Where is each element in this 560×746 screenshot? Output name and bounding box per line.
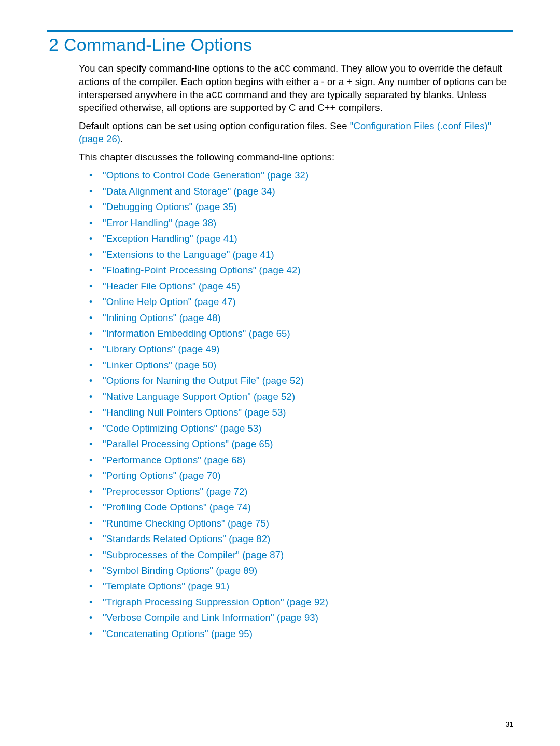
toc-link[interactable]: "Profiling Code Options" (page 74) — [103, 502, 251, 513]
toc-item: "Trigraph Processing Suppression Option"… — [89, 596, 513, 609]
toc-item: "Linker Options" (page 50) — [89, 359, 513, 372]
toc-link[interactable]: "Information Embedding Options" (page 65… — [103, 328, 290, 339]
intro-paragraph-3: This chapter discusses the following com… — [79, 151, 513, 164]
toc-link[interactable]: "Porting Options" (page 70) — [103, 470, 221, 481]
toc-item: "Runtime Checking Options" (page 75) — [89, 517, 513, 530]
toc-link[interactable]: "Parallel Processing Options" (page 65) — [103, 438, 273, 449]
toc-link[interactable]: "Template Options" (page 91) — [103, 581, 229, 591]
toc-item: "Template Options" (page 91) — [89, 580, 513, 593]
p2-text-a: Default options can be set using option … — [79, 120, 350, 131]
toc-item: "Extensions to the Language" (page 41) — [89, 248, 513, 261]
toc-link[interactable]: "Standards Related Options" (page 82) — [103, 533, 270, 544]
chapter-heading: 2Command-Line Options — [49, 35, 513, 55]
toc-item: "Symbol Binding Options" (page 89) — [89, 564, 513, 577]
toc-item: "Error Handling" (page 38) — [89, 217, 513, 230]
toc-link[interactable]: "Native Language Support Option" (page 5… — [103, 391, 295, 402]
toc-item: "Performance Options" (page 68) — [89, 454, 513, 467]
toc-item: "Standards Related Options" (page 82) — [89, 533, 513, 546]
toc-item: "Library Options" (page 49) — [89, 343, 513, 356]
toc-item: "Code Optimizing Options" (page 53) — [89, 422, 513, 435]
toc-item: "Data Alignment and Storage" (page 34) — [89, 185, 513, 198]
toc-item: "Subprocesses of the Compiler" (page 87) — [89, 549, 513, 562]
p1-code-acc-2: aCC — [206, 90, 223, 101]
toc-list: "Options to Control Code Generation" (pa… — [89, 169, 513, 641]
toc-link[interactable]: "Debugging Options" (page 35) — [103, 201, 237, 212]
toc-link[interactable]: "Inlining Options" (page 48) — [103, 312, 221, 323]
toc-item: "Native Language Support Option" (page 5… — [89, 391, 513, 404]
toc-item: "Parallel Processing Options" (page 65) — [89, 438, 513, 451]
body: You can specify command-line options to … — [79, 62, 513, 641]
toc-link[interactable]: "Performance Options" (page 68) — [103, 454, 245, 465]
toc-link[interactable]: "Trigraph Processing Suppression Option"… — [103, 597, 328, 607]
toc-link[interactable]: "Data Alignment and Storage" (page 34) — [103, 186, 275, 197]
toc-link[interactable]: "Exception Handling" (page 41) — [103, 233, 237, 244]
toc-link[interactable]: "Floating-Point Processing Options" (pag… — [103, 265, 301, 275]
toc-link[interactable]: "Symbol Binding Options" (page 89) — [103, 565, 257, 576]
toc-link[interactable]: "Preprocessor Options" (page 72) — [103, 486, 248, 497]
toc-link[interactable]: "Options to Control Code Generation" (pa… — [103, 170, 309, 181]
toc-item: "Options for Naming the Output File" (pa… — [89, 375, 513, 388]
toc-item: "Inlining Options" (page 48) — [89, 312, 513, 325]
toc-item: "Handling Null Pointers Options" (page 5… — [89, 406, 513, 419]
toc-item: "Concatenating Options" (page 95) — [89, 628, 513, 641]
toc-link[interactable]: "Subprocesses of the Compiler" (page 87) — [103, 549, 284, 560]
toc-link[interactable]: "Linker Options" (page 50) — [103, 360, 216, 370]
intro-paragraph-1: You can specify command-line options to … — [79, 62, 513, 115]
p2-text-b: . — [120, 133, 123, 144]
toc-item: "Porting Options" (page 70) — [89, 469, 513, 482]
toc-link[interactable]: "Code Optimizing Options" (page 53) — [103, 423, 262, 434]
intro-paragraph-2: Default options can be set using option … — [79, 120, 513, 146]
toc-link[interactable]: "Verbose Compile and Link Information" (… — [103, 612, 318, 623]
toc-link[interactable]: "Header File Options" (page 45) — [103, 281, 240, 292]
toc-link[interactable]: "Extensions to the Language" (page 41) — [103, 249, 274, 260]
page-number: 31 — [505, 720, 513, 728]
p1-text-a: You can specify command-line options to … — [79, 63, 274, 74]
top-rule — [47, 30, 513, 32]
toc-link[interactable]: "Online Help Option" (page 47) — [103, 296, 236, 307]
toc-item: "Header File Options" (page 45) — [89, 280, 513, 293]
toc-item: "Floating-Point Processing Options" (pag… — [89, 264, 513, 277]
toc-item: "Options to Control Code Generation" (pa… — [89, 169, 513, 182]
toc-item: "Information Embedding Options" (page 65… — [89, 327, 513, 340]
toc-item: "Preprocessor Options" (page 72) — [89, 486, 513, 499]
toc-item: "Exception Handling" (page 41) — [89, 232, 513, 245]
toc-item: "Debugging Options" (page 35) — [89, 201, 513, 214]
toc-item: "Online Help Option" (page 47) — [89, 296, 513, 309]
toc-link[interactable]: "Library Options" (page 49) — [103, 343, 220, 354]
toc-link[interactable]: "Handling Null Pointers Options" (page 5… — [103, 407, 286, 418]
chapter-title-text: Command-Line Options — [64, 35, 252, 54]
toc-item: "Profiling Code Options" (page 74) — [89, 501, 513, 514]
toc-link[interactable]: "Error Handling" (page 38) — [103, 217, 216, 228]
page: 2Command-Line Options You can specify co… — [0, 0, 560, 746]
toc-link[interactable]: "Options for Naming the Output File" (pa… — [103, 375, 304, 386]
toc-item: "Verbose Compile and Link Information" (… — [89, 612, 513, 625]
toc-link[interactable]: "Concatenating Options" (page 95) — [103, 628, 253, 639]
toc-link[interactable]: "Runtime Checking Options" (page 75) — [103, 518, 269, 529]
chapter-number: 2 — [49, 35, 59, 54]
p1-code-acc-1: aCC — [274, 64, 290, 74]
